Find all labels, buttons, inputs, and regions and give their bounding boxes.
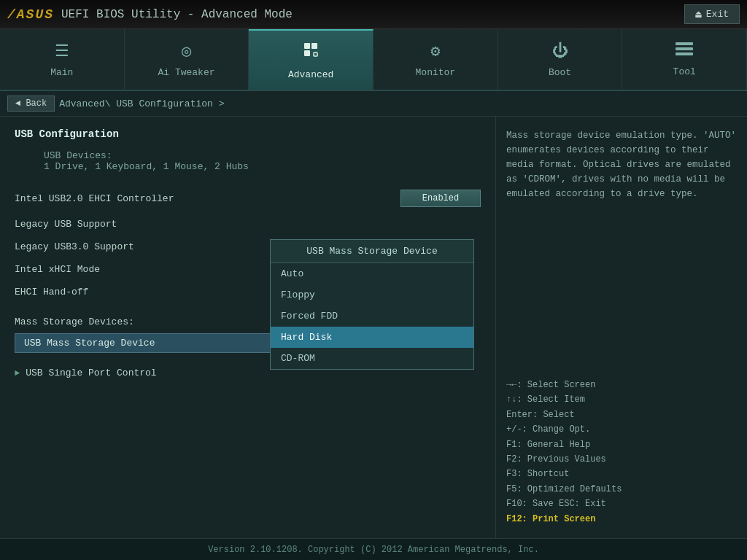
breadcrumb: Advanced\ USB Configuration > bbox=[59, 98, 224, 109]
svg-rect-3 bbox=[314, 52, 317, 56]
legacy-usb-row: Legacy USB Support bbox=[15, 214, 481, 234]
shortcut-change-opt: +/-: Change Opt. bbox=[506, 422, 737, 437]
monitor-icon: ⚙ bbox=[430, 42, 440, 61]
back-label: ◄ Back bbox=[15, 98, 47, 109]
usb-mass-storage-dropdown[interactable]: USB Mass Storage Device Auto Floppy Forc… bbox=[270, 239, 474, 370]
tab-boot-label: Boot bbox=[549, 67, 571, 78]
dropdown-option-cdrom[interactable]: CD-ROM bbox=[271, 348, 473, 369]
shortcut-f12: F12: Print Screen bbox=[506, 512, 737, 526]
tab-monitor[interactable]: ⚙ Monitor bbox=[374, 29, 498, 90]
breadcrumb-bar: ◄ Back Advanced\ USB Configuration > bbox=[0, 91, 747, 117]
left-panel: USB Configuration USB Devices: 1 Drive, … bbox=[0, 117, 496, 538]
shortcut-f5: F5: Optimized Defaults bbox=[506, 482, 737, 497]
main-area: USB Configuration USB Devices: 1 Drive, … bbox=[0, 117, 747, 538]
intel-usb2-value[interactable]: Enabled bbox=[400, 190, 481, 207]
header: /ASUS UEFI BIOS Utility - Advanced Mode … bbox=[0, 0, 747, 29]
svg-rect-5 bbox=[676, 47, 693, 50]
tool-icon bbox=[676, 42, 693, 61]
shortcut-select-item: ↑↓: Select Item bbox=[506, 392, 737, 407]
footer-text: Version 2.10.1208. Copyright (C) 2012 Am… bbox=[208, 545, 539, 555]
tab-main[interactable]: ☰ Main bbox=[0, 29, 125, 90]
back-button[interactable]: ◄ Back bbox=[7, 96, 55, 112]
tab-advanced-label: Advanced bbox=[288, 69, 333, 80]
dropdown-option-forced-fdd[interactable]: Forced FDD bbox=[271, 306, 473, 327]
usb-devices: USB Devices: 1 Drive, 1 Keyboard, 1 Mous… bbox=[22, 150, 481, 172]
shortcut-select-screen: →←: Select Screen bbox=[506, 378, 737, 392]
svg-rect-6 bbox=[676, 52, 693, 55]
header-title: UEFI BIOS Utility - Advanced Mode bbox=[61, 8, 293, 21]
intel-usb2-label: Intel USB2.0 EHCI Controller bbox=[15, 193, 174, 204]
usb-devices-label: USB Devices: bbox=[44, 150, 481, 161]
svg-rect-1 bbox=[311, 43, 317, 49]
advanced-icon bbox=[302, 41, 320, 63]
shortcut-f10: F10: Save ESC: Exit bbox=[506, 497, 737, 511]
svg-rect-0 bbox=[304, 43, 310, 49]
exit-button[interactable]: ⏏ Exit bbox=[684, 4, 740, 24]
dropdown-option-hard-disk[interactable]: Hard Disk bbox=[271, 327, 473, 348]
dropdown-title: USB Mass Storage Device bbox=[271, 240, 473, 263]
xhci-label: Intel xHCI Mode bbox=[15, 264, 100, 275]
shortcut-f2: F2: Previous Values bbox=[506, 452, 737, 467]
usb-port-label: USB Single Port Control bbox=[26, 368, 156, 378]
tab-boot[interactable]: ⏻ Boot bbox=[498, 29, 623, 90]
shortcut-f1: F1: General Help bbox=[506, 438, 737, 452]
section-title: USB Configuration bbox=[15, 128, 481, 140]
keyboard-shortcuts: →←: Select Screen ↑↓: Select Item Enter:… bbox=[506, 378, 737, 526]
intel-usb2-row: Intel USB2.0 EHCI Controller Enabled bbox=[15, 185, 481, 211]
shortcut-enter: Enter: Select bbox=[506, 408, 737, 422]
svg-rect-2 bbox=[304, 50, 310, 56]
legacy-usb-label: Legacy USB Support bbox=[15, 219, 117, 230]
main-icon: ☰ bbox=[55, 42, 69, 61]
asus-logo: /ASUS bbox=[7, 7, 54, 22]
exit-icon: ⏏ bbox=[695, 8, 701, 20]
tab-advanced[interactable]: Advanced bbox=[249, 29, 374, 90]
shortcut-f3: F3: Shortcut bbox=[506, 467, 737, 481]
footer: Version 2.10.1208. Copyright (C) 2012 Am… bbox=[0, 538, 747, 560]
tab-ai-tweaker[interactable]: ◎ Ai Tweaker bbox=[125, 29, 249, 90]
exit-label: Exit bbox=[706, 9, 729, 20]
tab-tool-label: Tool bbox=[673, 66, 696, 77]
dropdown-option-auto[interactable]: Auto bbox=[271, 263, 473, 284]
tab-monitor-label: Monitor bbox=[416, 67, 456, 78]
legacy-usb3-label: Legacy USB3.0 Support bbox=[15, 241, 134, 252]
svg-rect-4 bbox=[676, 42, 693, 45]
arrow-right-icon: ► bbox=[15, 368, 20, 378]
ehci-label: EHCI Hand-off bbox=[15, 287, 88, 298]
boot-icon: ⏻ bbox=[552, 42, 568, 61]
header-left: /ASUS UEFI BIOS Utility - Advanced Mode bbox=[7, 7, 293, 22]
usb-devices-value: 1 Drive, 1 Keyboard, 1 Mouse, 2 Hubs bbox=[44, 161, 481, 172]
nav-tabs: ☰ Main ◎ Ai Tweaker Advanced ⚙ Monitor ⏻… bbox=[0, 29, 747, 91]
ai-tweaker-icon: ◎ bbox=[182, 42, 191, 61]
dropdown-option-floppy[interactable]: Floppy bbox=[271, 284, 473, 306]
help-text: Mass storage device emulation type. 'AUT… bbox=[506, 128, 737, 201]
tab-ai-tweaker-label: Ai Tweaker bbox=[158, 67, 215, 78]
right-panel: Mass storage device emulation type. 'AUT… bbox=[496, 117, 747, 538]
tab-tool[interactable]: Tool bbox=[622, 29, 747, 90]
tab-main-label: Main bbox=[50, 67, 73, 78]
